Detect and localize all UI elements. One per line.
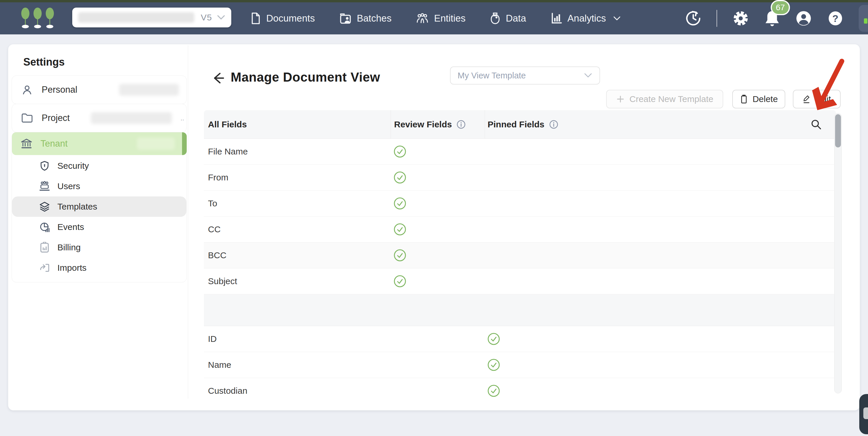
table-row[interactable]: CC xyxy=(204,216,836,242)
field-name: ID xyxy=(208,334,217,344)
workspace-selector[interactable]: V5 xyxy=(72,7,231,27)
search-icon[interactable] xyxy=(810,119,822,130)
nav-item-analytics[interactable]: Analytics xyxy=(551,12,621,24)
template-action-bar: Create New Template Delete Edit xyxy=(8,90,850,109)
sidebar-item-events[interactable]: Events xyxy=(12,217,186,237)
table-row[interactable]: BCC xyxy=(204,242,836,268)
review-checked-icon xyxy=(394,145,406,158)
field-name: To xyxy=(208,199,217,208)
bank-icon xyxy=(21,138,32,149)
chevron-down-icon xyxy=(584,72,592,78)
sidebar-item-label: Security xyxy=(57,161,89,171)
redacted-ellipsis: .. xyxy=(181,115,184,122)
entities-people-icon xyxy=(416,12,429,24)
table-section-spacer xyxy=(204,294,836,326)
edit-label: Edit xyxy=(816,94,831,104)
info-icon[interactable] xyxy=(549,120,558,129)
sidebar-item-tenant[interactable]: Tenant xyxy=(12,132,186,155)
sidebar-item-templates[interactable]: Templates xyxy=(12,197,186,217)
back-arrow-button[interactable] xyxy=(211,71,225,85)
tenant-active-accent xyxy=(182,132,187,155)
nav-item-label: Entities xyxy=(434,13,465,24)
table-row[interactable]: Name xyxy=(204,352,836,378)
pencil-edit-icon xyxy=(803,94,811,104)
account-button[interactable] xyxy=(795,10,812,27)
delete-button[interactable]: Delete xyxy=(732,90,785,109)
nav-item-label: Documents xyxy=(266,13,315,24)
field-name: Subject xyxy=(208,276,237,286)
nav-item-entities[interactable]: Entities xyxy=(416,12,465,24)
review-checked-icon xyxy=(394,275,406,288)
app-logo-trees-icon[interactable] xyxy=(19,7,56,30)
history-clock-button[interactable] xyxy=(685,10,702,27)
sidebar-item-label: Project xyxy=(42,113,70,123)
nav-item-documents[interactable]: Documents xyxy=(250,12,315,25)
fields-table: All Fields Review Fields Pinned Fields xyxy=(204,110,836,398)
edit-button[interactable]: Edit xyxy=(793,90,841,109)
table-row[interactable]: ID xyxy=(204,326,836,352)
field-name: Custodian xyxy=(208,386,247,396)
sidebar-item-security[interactable]: Security xyxy=(12,156,186,176)
column-header-review-fields: Review Fields xyxy=(394,119,452,129)
folder-icon xyxy=(21,113,33,123)
sidebar-item-label: Templates xyxy=(57,202,97,211)
field-name: BCC xyxy=(208,250,226,260)
create-new-template-label: Create New Template xyxy=(629,94,713,104)
info-icon[interactable] xyxy=(457,120,466,129)
nav-item-label: Batches xyxy=(357,13,392,24)
chevron-down-icon[interactable] xyxy=(217,14,225,21)
table-scrollbar-track[interactable] xyxy=(834,113,842,394)
table-scrollbar-thumb[interactable] xyxy=(835,114,841,147)
floating-helper-widget[interactable] xyxy=(859,394,868,434)
fields-table-header: All Fields Review Fields Pinned Fields xyxy=(204,110,836,139)
help-button[interactable]: ? xyxy=(827,10,843,27)
plus-icon xyxy=(616,95,625,104)
navbar-utility-icons: 67 ? xyxy=(685,2,868,34)
user-avatar-icon xyxy=(795,10,812,27)
review-checked-icon xyxy=(394,223,406,236)
sidebar-item-billing[interactable]: Billing xyxy=(12,237,186,258)
field-name: CC xyxy=(208,225,220,234)
review-checked-icon xyxy=(394,171,406,184)
review-checked-icon xyxy=(394,197,406,210)
sidebar-item-label: Tenant xyxy=(40,139,68,149)
notifications-button[interactable]: 67 xyxy=(764,10,780,27)
redacted-text xyxy=(137,138,175,150)
nav-item-data[interactable]: Data xyxy=(490,12,526,25)
review-checked-icon xyxy=(394,249,406,262)
sidebar-item-users[interactable]: Users xyxy=(12,176,186,197)
table-row[interactable]: Custodian xyxy=(204,378,836,398)
column-divider xyxy=(391,110,391,139)
document-icon xyxy=(250,12,261,25)
pinned-checked-icon xyxy=(487,358,500,371)
analytics-chart-icon xyxy=(551,12,562,24)
history-clock-icon xyxy=(685,10,702,27)
nav-item-batches[interactable]: Batches xyxy=(339,12,392,24)
settings-gear-button[interactable] xyxy=(732,10,749,27)
workspace-version-label: V5 xyxy=(201,12,212,23)
column-header-all-fields: All Fields xyxy=(208,119,247,129)
settings-page-card: Settings Personal xyxy=(8,44,860,410)
sidebar-item-label: Users xyxy=(57,181,80,191)
chevron-down-icon xyxy=(613,16,621,21)
column-divider xyxy=(485,110,485,139)
create-new-template-button[interactable]: Create New Template xyxy=(606,90,723,109)
sidebar-item-label: Imports xyxy=(57,263,87,273)
notification-count-badge: 67 xyxy=(771,0,790,15)
navbar-divider xyxy=(716,10,717,27)
field-name: Name xyxy=(208,360,231,370)
table-row[interactable]: Subject xyxy=(204,268,836,294)
green-bars-icon xyxy=(863,11,868,26)
table-row[interactable]: From xyxy=(204,165,836,191)
view-template-select[interactable]: My View Template xyxy=(450,66,600,85)
view-template-selected-value: My View Template xyxy=(458,71,584,81)
green-analytics-tile-button[interactable] xyxy=(859,5,868,32)
table-row[interactable]: File Name xyxy=(204,139,836,165)
redacted-text xyxy=(91,112,172,124)
browser-top-strip xyxy=(0,0,868,2)
table-row[interactable]: To xyxy=(204,191,836,216)
pie-chart-icon xyxy=(39,222,51,233)
sidebar-item-label: Billing xyxy=(57,242,81,252)
sidebar-item-imports[interactable]: Imports xyxy=(12,258,186,278)
import-arrow-icon xyxy=(39,263,51,273)
